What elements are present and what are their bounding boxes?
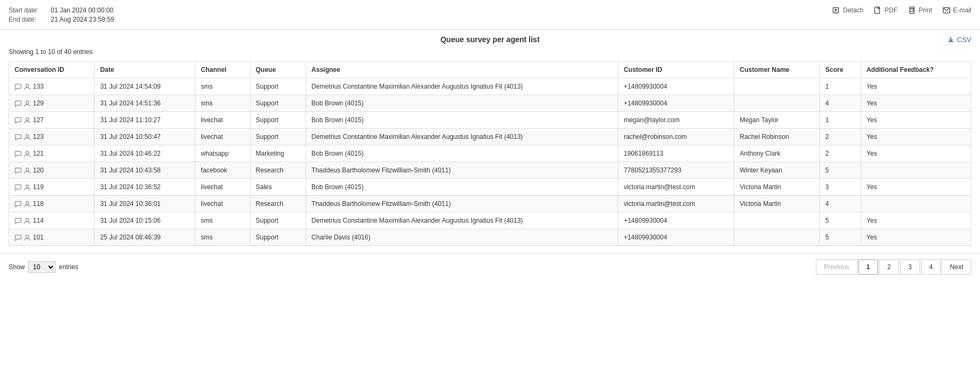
- cell-conversation-id: 127: [9, 112, 94, 129]
- entries-label: entries: [59, 263, 78, 271]
- page-1-button[interactable]: 1: [859, 259, 878, 275]
- svg-rect-6: [910, 7, 914, 9]
- cell-customer_id: +14809930004: [618, 78, 734, 95]
- cell-customer_name: [734, 212, 820, 229]
- user-icon: [24, 167, 31, 174]
- cell-feedback: [861, 162, 971, 179]
- cell-queue: Support: [250, 212, 306, 229]
- cell-feedback: Yes: [861, 145, 971, 162]
- show-entries: Show 102550100 entries: [9, 261, 78, 273]
- svg-point-11: [26, 117, 29, 121]
- cell-customer_name: Megan Taylor: [734, 112, 820, 129]
- cell-assignee: Bob Brown (4015): [306, 95, 618, 112]
- user-icon: [24, 100, 31, 107]
- previous-button[interactable]: Previous: [816, 259, 857, 275]
- svg-point-7: [913, 10, 914, 11]
- col-customer-id: Customer ID: [618, 62, 734, 78]
- chat-icon: [15, 184, 22, 191]
- cell-assignee: Thaddeus Bartholomew Fitzwilliam-Smith (…: [306, 196, 618, 212]
- cell-customer_name: Anthony Clark: [734, 145, 820, 162]
- table-row: 127 31 Jul 2024 11:10:27livechatSupportB…: [9, 112, 971, 129]
- col-customer-name: Customer Name: [734, 62, 820, 78]
- cell-score: 4: [820, 95, 861, 112]
- cell-date: 31 Jul 2024 14:54:09: [94, 78, 195, 95]
- cell-assignee: Thaddeus Bartholomew Fitzwilliam-Smith (…: [306, 162, 618, 179]
- cell-channel: whatsapp: [195, 145, 250, 162]
- cell-feedback: Yes: [861, 112, 971, 129]
- page-4-button[interactable]: 4: [921, 259, 941, 275]
- start-date-label: Start date:: [9, 6, 46, 14]
- cell-date: 31 Jul 2024 14:51:36: [94, 95, 195, 112]
- user-icon: [24, 83, 31, 90]
- cell-queue: Research: [250, 196, 306, 212]
- cell-date: 31 Jul 2024 10:15:06: [94, 212, 195, 229]
- cell-conversation-id: 119: [9, 179, 94, 196]
- cell-conversation-id: 118: [9, 196, 94, 212]
- page-2-button[interactable]: 2: [879, 259, 899, 275]
- cell-channel: facebook: [195, 162, 250, 179]
- cell-score: 5: [820, 212, 861, 229]
- cell-feedback: Yes: [861, 179, 971, 196]
- svg-point-9: [26, 84, 29, 87]
- chat-icon: [15, 83, 22, 90]
- cell-queue: Support: [250, 112, 306, 129]
- cell-customer_id: 7780521355377293: [618, 162, 734, 179]
- cell-score: 1: [820, 112, 861, 129]
- table-row: 121 31 Jul 2024 10:46:22whatsappMarketin…: [9, 145, 971, 162]
- cell-customer_name: [734, 78, 820, 95]
- cell-customer_id: victoria.martin@test.com: [618, 196, 734, 212]
- table-row: 129 31 Jul 2024 14:51:36smsSupportBob Br…: [9, 95, 971, 112]
- cell-channel: livechat: [195, 112, 250, 129]
- col-date: Date: [94, 62, 195, 78]
- chat-icon: [15, 100, 22, 107]
- cell-assignee: Bob Brown (4015): [306, 112, 618, 129]
- entries-info: Showing 1 to 10 of 40 entries: [9, 48, 971, 56]
- cell-date: 31 Jul 2024 10:36:01: [94, 196, 195, 212]
- cell-customer_id: +14809930004: [618, 95, 734, 112]
- cell-channel: livechat: [195, 179, 250, 196]
- cell-customer_name: [734, 95, 820, 112]
- per-page-select[interactable]: 102550100: [28, 261, 56, 273]
- cell-date: 31 Jul 2024 11:10:27: [94, 112, 195, 129]
- report-title: Queue survey per agent list: [441, 35, 540, 44]
- svg-point-17: [26, 218, 29, 221]
- chat-icon: [15, 234, 22, 241]
- page-3-button[interactable]: 3: [900, 259, 920, 275]
- pdf-button[interactable]: PDF: [874, 6, 897, 14]
- data-table: Conversation ID Date Channel Queue Assig…: [9, 61, 971, 246]
- col-assignee: Assignee: [306, 62, 618, 78]
- cell-feedback: Yes: [861, 229, 971, 246]
- cell-assignee: Demetrius Constantine Maximilian Alexand…: [306, 78, 618, 95]
- user-icon: [24, 184, 31, 191]
- chat-icon: [15, 117, 22, 124]
- cell-feedback: [861, 196, 971, 212]
- cell-conversation-id: 114: [9, 212, 94, 229]
- chat-icon: [15, 217, 22, 224]
- detach-button[interactable]: Detach: [833, 6, 863, 14]
- next-button[interactable]: Next: [942, 259, 971, 275]
- cell-conversation-id: 120: [9, 162, 94, 179]
- cell-date: 31 Jul 2024 10:36:52: [94, 179, 195, 196]
- svg-point-10: [26, 101, 29, 104]
- chat-icon: [15, 167, 22, 174]
- csv-button[interactable]: CSV: [947, 36, 971, 44]
- cell-channel: sms: [195, 95, 250, 112]
- print-button[interactable]: Print: [908, 6, 932, 14]
- cell-customer_name: Victoria Martin: [734, 179, 820, 196]
- cell-channel: sms: [195, 212, 250, 229]
- email-button[interactable]: E-mail: [943, 6, 971, 14]
- cell-conversation-id: 123: [9, 129, 94, 145]
- cell-score: 3: [820, 179, 861, 196]
- cell-queue: Support: [250, 229, 306, 246]
- col-queue: Queue: [250, 62, 306, 78]
- user-icon: [24, 134, 31, 141]
- user-icon: [24, 217, 31, 224]
- cell-customer_id: +14809930004: [618, 229, 734, 246]
- cell-date: 31 Jul 2024 10:46:22: [94, 145, 195, 162]
- cell-conversation-id: 129: [9, 95, 94, 112]
- cell-channel: sms: [195, 229, 250, 246]
- pdf-icon: [874, 6, 882, 14]
- cell-feedback: Yes: [861, 212, 971, 229]
- chat-icon: [15, 150, 22, 157]
- svg-point-15: [26, 184, 29, 188]
